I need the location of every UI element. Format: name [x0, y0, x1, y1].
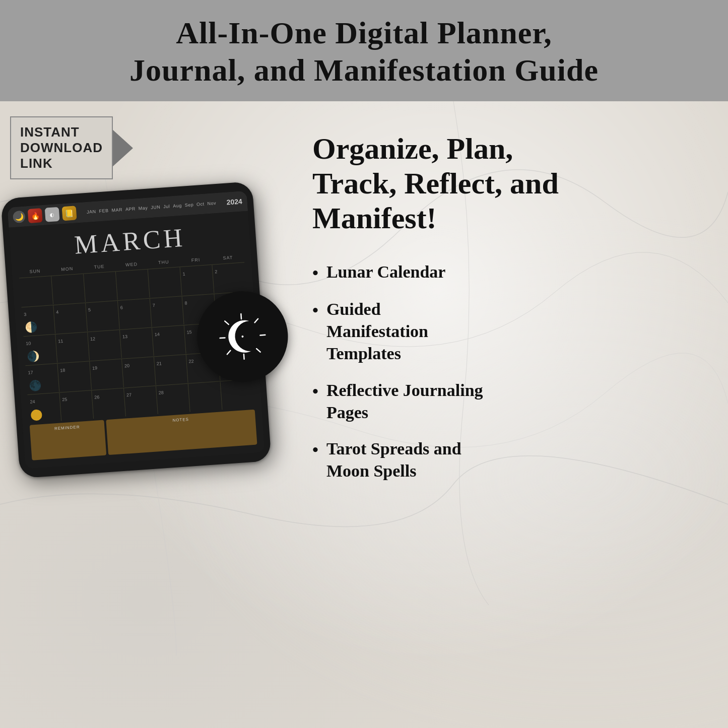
cal-cell-26: 26	[92, 388, 126, 419]
cal-cell-11: 11	[55, 333, 90, 363]
moon-phase-icon-3: 🌑	[28, 379, 42, 392]
svg-line-6	[256, 349, 260, 352]
year-label: 2024	[226, 197, 242, 207]
col-sat: SAT	[212, 253, 244, 262]
header-title: All-In-One Digital Planner, Journal, and…	[30, 14, 698, 89]
cal-cell-20: 20	[122, 357, 156, 387]
cal-cell-1: 1	[180, 265, 215, 295]
svg-line-4	[260, 335, 265, 336]
cal-cell-28: 28	[156, 384, 190, 414]
arrow-icon	[112, 129, 133, 167]
header-title-line1: All-In-One Digital Planner,	[176, 16, 552, 50]
tagline: Organize, Plan,Track, Reflect, andManife…	[312, 131, 688, 236]
instant-download-text: INSTANTDOWNLOADLINK	[10, 116, 113, 180]
left-column: INSTANTDOWNLOADLINK 🌙 🔥 ◐ 📒	[0, 101, 282, 470]
nav-jan[interactable]: JAN	[87, 209, 96, 215]
cal-cell	[84, 272, 118, 302]
feature-text-1: Lunar Calendar	[326, 261, 688, 283]
col-thu: THU	[147, 258, 180, 267]
svg-line-7	[254, 319, 258, 322]
header-title-line2: Journal, and Manifestation Guide	[129, 53, 599, 87]
nav-oct[interactable]: Oct	[196, 202, 205, 207]
feature-text-3: Reflective JournalingPages	[326, 379, 688, 424]
nav-jun[interactable]: JUN	[151, 205, 161, 210]
bullet-icon-3: •	[312, 380, 318, 403]
svg-line-5	[225, 321, 228, 324]
col-mon: MON	[51, 264, 84, 274]
right-column: Organize, Plan,Track, Reflect, andManife…	[282, 101, 728, 517]
col-sun: SUN	[19, 267, 51, 276]
bullet-icon-2: •	[312, 299, 318, 321]
cal-cell	[51, 274, 86, 304]
cal-cell-27: 27	[124, 386, 158, 417]
feature-item-3: • Reflective JournalingPages	[312, 379, 688, 424]
cal-cell-6: 6	[118, 299, 152, 329]
app-icon-book: 📒	[62, 206, 77, 221]
moon-small-icon: 🌙	[13, 211, 26, 224]
svg-line-8	[227, 351, 230, 354]
col-fri: FRI	[179, 255, 212, 264]
cal-cell-21: 21	[154, 355, 188, 385]
app-icon-red: 🔥	[28, 209, 43, 224]
instant-download-badge: INSTANTDOWNLOADLINK	[10, 116, 282, 180]
full-moon-icon	[31, 410, 42, 421]
ipad-icons-left: 🌙 🔥 ◐ 📒	[13, 206, 77, 225]
feature-item-1: • Lunar Calendar	[312, 261, 688, 284]
moon-phase-icon: 🌗	[24, 321, 38, 334]
nav-feb[interactable]: FEB	[99, 208, 109, 214]
nav-jul[interactable]: Jul	[163, 204, 170, 210]
cal-cell-18: 18	[57, 362, 92, 392]
cal-cell-4: 4	[53, 303, 88, 334]
svg-line-2	[244, 354, 244, 359]
bullet-icon-1: •	[312, 262, 318, 284]
cal-cell-2: 2	[212, 263, 246, 293]
svg-line-3	[220, 338, 225, 339]
cal-cell-empty1	[188, 382, 223, 412]
feature-item-4: • Tarot Spreads andMoon Spells	[312, 438, 688, 482]
feature-item-2: • GuidedManifestationTemplates	[312, 298, 688, 365]
nav-may[interactable]: May	[139, 206, 148, 211]
cal-cell	[19, 276, 53, 306]
cal-cell-5: 5	[86, 301, 120, 331]
cal-cell	[116, 270, 150, 300]
feature-text-2: GuidedManifestationTemplates	[326, 298, 688, 365]
cal-cell-13: 13	[120, 328, 154, 358]
cal-cell-14: 14	[152, 325, 186, 356]
nav-aug[interactable]: Aug	[173, 203, 182, 209]
col-tue: TUE	[83, 262, 116, 272]
nav-sep[interactable]: Sep	[184, 202, 193, 208]
cal-cell-17: 17 🌑	[25, 364, 59, 394]
notes-cell: NOTES	[106, 410, 257, 455]
month-nav: JAN FEB MAR APR May JUN Jul Aug Sep Oct	[87, 201, 217, 215]
reminder-label: REMINDER	[34, 423, 100, 432]
ipad-mockup: 🌙 🔥 ◐ 📒 JAN FEB MAR APR May	[1, 181, 282, 479]
cal-cell-empty2	[221, 379, 255, 410]
moon-sun-svg	[210, 304, 275, 369]
bullet-icon-4: •	[312, 439, 318, 461]
app-icon-half: ◐	[45, 207, 60, 222]
cal-cell-12: 12	[88, 330, 122, 360]
main-content: INSTANTDOWNLOADLINK 🌙 🔥 ◐ 📒	[0, 101, 728, 728]
svg-line-1	[241, 314, 241, 319]
svg-point-0	[241, 336, 243, 338]
nav-apr[interactable]: APR	[125, 207, 136, 212]
features-list: • Lunar Calendar • GuidedManifestationTe…	[312, 261, 688, 483]
moon-phase-icon-2: 🌒	[26, 350, 40, 363]
cal-cell-10: 10 🌒	[23, 335, 57, 365]
cal-cell-25: 25	[59, 390, 94, 421]
cal-cell-3: 3 🌗	[21, 305, 55, 336]
header: All-In-One Digital Planner, Journal, and…	[0, 0, 728, 101]
col-wed: WED	[115, 260, 148, 269]
page: All-In-One Digital Planner, Journal, and…	[0, 0, 728, 728]
cal-cell-24: 24	[28, 393, 62, 423]
feature-text-4: Tarot Spreads andMoon Spells	[326, 438, 688, 482]
nav-mar[interactable]: MAR	[111, 207, 122, 213]
nav-nov[interactable]: Nov	[207, 201, 216, 206]
cal-cell	[148, 268, 182, 298]
reminder-cell: REMINDER	[30, 420, 107, 460]
cal-cell-19: 19	[90, 359, 124, 389]
cal-cell-7: 7	[150, 296, 184, 326]
